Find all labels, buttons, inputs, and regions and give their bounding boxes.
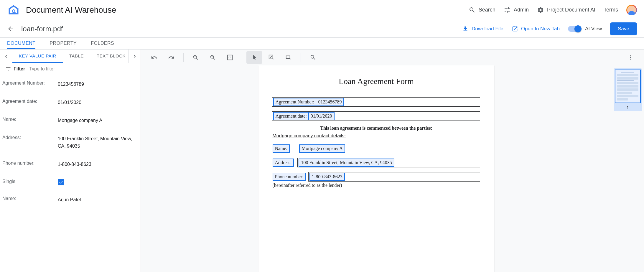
region-add-icon: [285, 54, 292, 61]
form-value-highlight[interactable]: 100 Franklin Street, Mountain View, CA, …: [299, 159, 394, 167]
user-avatar[interactable]: [626, 5, 637, 15]
zoom-out-icon: [192, 54, 199, 61]
more-vert-icon: [627, 54, 634, 61]
app-logo[interactable]: [7, 4, 20, 17]
open-new-tab-icon: [512, 26, 518, 32]
kv-list: Agreement Number: 0123456789 Agreement d…: [0, 75, 141, 272]
kv-row[interactable]: Name: Arjun Patel: [0, 191, 141, 209]
kv-row[interactable]: Phone number: 1-800-843-8623: [0, 155, 141, 174]
nav-project-label: Project Document AI: [547, 7, 595, 13]
kv-value: 01/01/2020: [58, 99, 138, 106]
kv-key: Phone number:: [2, 161, 58, 168]
chevron-left-icon: [3, 53, 9, 59]
filter-input[interactable]: [29, 66, 135, 72]
filter-label-text: Filter: [14, 66, 25, 72]
app-header: Document AI Warehouse Search Admin Proje…: [0, 0, 644, 20]
download-button[interactable]: Download File: [462, 26, 503, 32]
svg-rect-2: [228, 55, 233, 60]
tab-folders[interactable]: FOLDERS: [91, 38, 114, 49]
viewer-toolbar: [141, 50, 644, 65]
nav-project[interactable]: Project Document AI: [537, 6, 595, 14]
kv-row[interactable]: Name: Mortgage company A: [0, 111, 141, 130]
code-icon: [227, 54, 233, 61]
zoom-in-icon: [210, 54, 216, 61]
document-form-title: Loan Agreement Form: [273, 77, 480, 86]
svg-rect-4: [286, 56, 290, 59]
open-new-tab-button[interactable]: Open In New Tab: [512, 26, 560, 32]
sub-tabs: KEY VALUE PAIR TABLE TEXT BLOCK: [0, 50, 141, 63]
page-thumbnail[interactable]: [615, 70, 641, 103]
kv-key: Single: [2, 179, 58, 185]
ai-view-toggle[interactable]: [568, 26, 581, 32]
gear-icon: [537, 6, 544, 14]
more-options-button[interactable]: [623, 51, 639, 64]
form-value-highlight[interactable]: 0123456789: [316, 98, 344, 106]
download-icon: [462, 26, 469, 32]
sub-tab-table[interactable]: TABLE: [63, 50, 90, 63]
back-arrow-icon[interactable]: [7, 25, 14, 32]
kv-value-checkbox: [58, 179, 138, 185]
redo-icon: [168, 54, 174, 61]
nav-search[interactable]: Search: [469, 6, 495, 14]
document-page[interactable]: Loan Agreement Form Agreement Number: 01…: [258, 65, 494, 272]
add-box-button[interactable]: [263, 51, 279, 64]
sub-tabs-scroll-left[interactable]: [0, 50, 12, 63]
search-icon: [310, 54, 316, 61]
thumbnail-page-number: 1: [615, 105, 641, 110]
kv-row[interactable]: Agreement Number: 0123456789: [0, 75, 141, 93]
kv-row[interactable]: Agreement date: 01/01/2020: [0, 93, 141, 112]
kv-value: Arjun Patel: [58, 196, 138, 204]
form-value-highlight[interactable]: 01/01/2020: [308, 112, 335, 120]
check-box-add-icon: [268, 54, 275, 61]
zoom-out-button[interactable]: [188, 51, 204, 64]
form-lender-note: (hereinafter referred to as the lender): [273, 183, 480, 188]
select-tool-button[interactable]: [246, 51, 262, 64]
undo-icon: [151, 54, 157, 61]
sub-tabs-scroll-right[interactable]: [128, 50, 141, 63]
save-button[interactable]: Save: [610, 22, 637, 35]
tab-document[interactable]: DOCUMENT: [7, 38, 35, 49]
form-key-highlight[interactable]: Name:: [273, 144, 290, 153]
kv-row[interactable]: Single: [0, 174, 141, 191]
zoom-in-button[interactable]: [205, 51, 221, 64]
document-title: loan-form.pdf: [21, 25, 63, 33]
document-header: loan-form.pdf Download File Open In New …: [0, 20, 644, 38]
kv-key: Name:: [2, 117, 58, 124]
form-contact-heading: Mortgage company contact details:: [273, 133, 480, 139]
sidebar: KEY VALUE PAIR TABLE TEXT BLOCK Filter A…: [0, 50, 141, 272]
sub-tab-kvp[interactable]: KEY VALUE PAIR: [12, 50, 63, 63]
thumbnail-panel: 1: [612, 65, 644, 272]
tab-property[interactable]: PROPERTY: [50, 38, 77, 49]
search-document-button[interactable]: [305, 51, 321, 64]
kv-value: Mortgage company A: [58, 117, 138, 124]
kv-key: Agreement date:: [2, 99, 58, 106]
form-parties-text: This loan agreement is commenced between…: [273, 126, 480, 131]
nav-terms-label: Terms: [604, 7, 618, 13]
form-key-highlight[interactable]: Phone number:: [273, 173, 306, 181]
app-title: Document AI Warehouse: [26, 5, 116, 15]
nav-admin-label: Admin: [514, 7, 529, 13]
add-region-button[interactable]: [281, 51, 297, 64]
document-viewer: Loan Agreement Form Agreement Number: 01…: [141, 50, 644, 272]
kv-value: 0123456789: [58, 80, 138, 88]
form-key-highlight[interactable]: Agreement date:: [273, 112, 309, 120]
nav-admin[interactable]: Admin: [504, 6, 529, 14]
ai-view-label: AI View: [585, 26, 602, 32]
code-view-button[interactable]: [222, 51, 238, 64]
chevron-right-icon: [132, 53, 138, 59]
checkbox-checked-icon: [58, 179, 64, 185]
form-value-highlight[interactable]: 1-800-843-8623: [309, 173, 345, 181]
kv-row[interactable]: Address: 100 Franklin Street, Mountain V…: [0, 130, 141, 155]
cursor-icon: [251, 54, 258, 61]
kv-value: 1-800-843-8623: [58, 161, 138, 168]
nav-terms[interactable]: Terms: [604, 7, 618, 13]
undo-button[interactable]: [146, 51, 162, 64]
sub-tab-text-block[interactable]: TEXT BLOCK: [90, 50, 128, 63]
form-key-highlight[interactable]: Agreement Number:: [273, 98, 317, 106]
form-key-highlight[interactable]: Address:: [273, 159, 294, 167]
kv-key: Agreement Number:: [2, 80, 58, 88]
form-value-highlight[interactable]: Mortgage company A: [299, 144, 345, 153]
kv-value: 100 Franklin Street, Mountain View, CA, …: [58, 135, 138, 150]
download-label: Download File: [472, 26, 503, 32]
redo-button[interactable]: [163, 51, 179, 64]
